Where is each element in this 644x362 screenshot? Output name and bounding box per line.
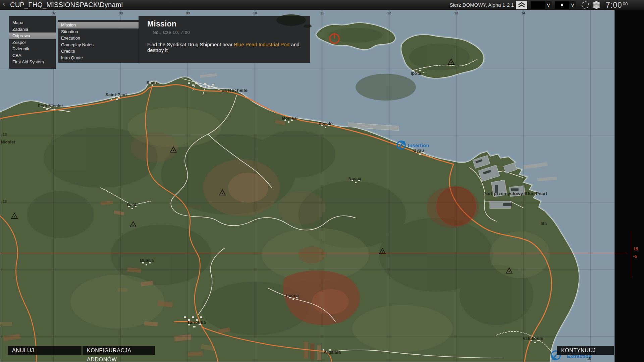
briefing-topics-menu: MissionSituationExecutionGameplay NotesC… — [58, 20, 139, 63]
map-cursor-y-label: -5 — [633, 254, 637, 259]
double-chevron-up-icon — [517, 2, 526, 8]
time-value: 7:00 — [606, 1, 622, 10]
menu-item-odprawa[interactable]: Odprawa — [9, 33, 56, 39]
divider — [604, 1, 604, 9]
topic-item-gameplay-notes[interactable]: Gameplay Notes — [58, 42, 139, 48]
map-cursor-hline — [0, 253, 627, 253]
clock: 7:00 00 — [606, 0, 628, 10]
addon-options-button[interactable]: KONFIGURACJA ADDONÓW — [83, 346, 155, 355]
chevron-down-icon[interactable]: V — [569, 1, 576, 9]
menu-item-first-aid-system[interactable]: First Aid System — [9, 59, 56, 65]
topic-item-mission[interactable]: Mission — [58, 22, 139, 28]
divider — [529, 1, 529, 9]
continue-button[interactable]: KONTYNUUJ — [557, 346, 614, 355]
map-right-gutter — [614, 0, 644, 362]
briefing-title: Mission — [147, 19, 310, 28]
marker-dropdown[interactable]: V — [555, 1, 576, 9]
mission-title: CUP_FHQ_MISSIONSPACK\Dynami — [10, 1, 123, 9]
objective-area-circle — [437, 187, 476, 226]
marker-dropdown-value — [555, 1, 569, 9]
time-seconds: 00 — [623, 1, 628, 6]
layers-icon[interactable] — [591, 1, 601, 10]
rank-icon — [516, 1, 527, 9]
topic-item-situation[interactable]: Situation — [58, 28, 139, 35]
dropdown-dot — [561, 4, 563, 6]
briefing-date: Nd., Cze 10, 7:00 — [153, 30, 310, 35]
menu-item-dziennik[interactable]: Dziennik — [9, 46, 56, 52]
topic-item-intro-quote[interactable]: Intro Quote — [58, 55, 139, 61]
menu-item-zadania[interactable]: Zadania — [9, 26, 56, 33]
menu-item-mapa[interactable]: Mapa — [9, 19, 56, 26]
briefing-panel: Mission Nd., Cze 10, 7:00 Find the Syndi… — [139, 16, 310, 63]
topic-item-execution[interactable]: Execution — [58, 35, 139, 42]
map-cursor-vline — [631, 231, 631, 278]
briefing-screen: Insertion Extraction 0708091011121314131… — [0, 0, 644, 362]
map-cursor-x-label: 15 — [633, 246, 638, 251]
menu-item-cba[interactable]: CBA — [9, 52, 56, 59]
briefing-text-before: Find the Syndikat Drug Shipment near — [147, 42, 234, 47]
back-icon[interactable]: ‹ — [3, 0, 5, 8]
briefing-sections-menu: MapaZadaniaOdprawaZespółDziennikCBAFirst… — [9, 16, 56, 69]
briefing-map-link[interactable]: Blue Pearl Industrial Port — [234, 42, 289, 47]
compass-icon[interactable] — [582, 1, 589, 9]
channel-dropdown-value — [531, 1, 545, 9]
player-name: Sierż DOMOWY, Alpha 1-2 1 — [440, 2, 514, 8]
channel-dropdown[interactable]: V — [531, 1, 552, 9]
top-bar: ‹ CUP_FHQ_MISSIONSPACK\Dynami Sierż DOMO… — [0, 0, 644, 10]
topic-item-credits[interactable]: Credits — [58, 48, 139, 55]
chevron-down-icon[interactable]: V — [545, 1, 552, 9]
briefing-text: Find the Syndikat Drug Shipment near Blu… — [147, 42, 302, 53]
cancel-button[interactable]: ANULUJ — [8, 346, 82, 355]
menu-item-zesp-[interactable]: Zespół — [9, 39, 56, 46]
